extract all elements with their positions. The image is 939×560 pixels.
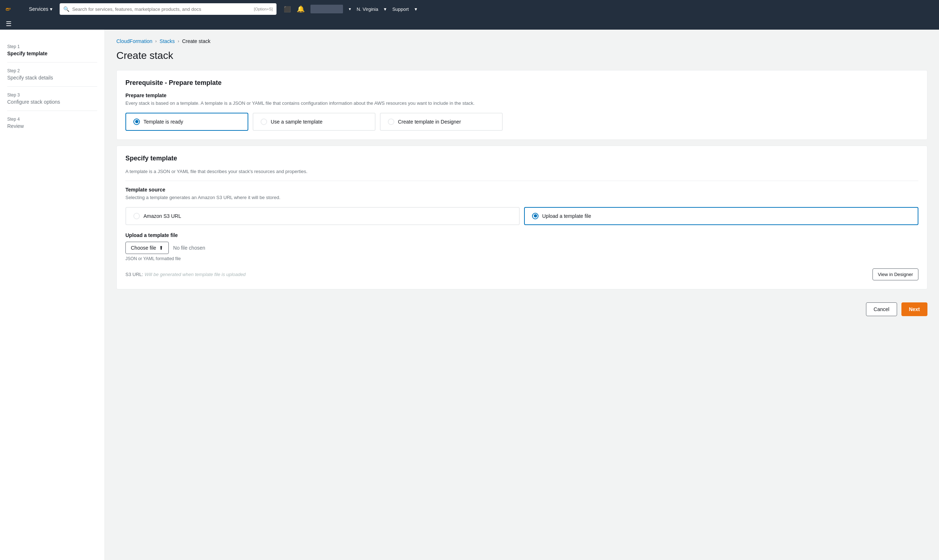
search-shortcut: [Option+S]: [254, 7, 272, 11]
sidebar: Step 1 Specify template Step 2 Specify s…: [0, 30, 105, 560]
main-container: Step 1 Specify template Step 2 Specify s…: [0, 30, 939, 560]
prepare-template-options: Template is ready Use a sample template …: [125, 113, 918, 131]
support-dropdown[interactable]: ▾: [414, 6, 417, 12]
option-upload-file-label: Upload a template file: [542, 213, 591, 219]
s3-url-label: S3 URL:: [125, 272, 143, 277]
radio-sample-template: [260, 118, 267, 125]
breadcrumb-cloudformation[interactable]: CloudFormation: [116, 38, 152, 44]
divider-1: [125, 181, 918, 181]
terminal-icon[interactable]: ⬛: [284, 6, 291, 13]
option-sample-template[interactable]: Use a sample template: [252, 113, 376, 131]
template-source-label: Template source: [125, 187, 918, 192]
sidebar-step-2: Step 2 Specify stack details: [7, 63, 97, 87]
option-s3-url[interactable]: Amazon S3 URL: [125, 207, 520, 225]
radio-s3-url: [133, 213, 140, 219]
secondary-nav: ☰: [0, 18, 939, 30]
option-s3-url-label: Amazon S3 URL: [143, 213, 181, 219]
sidebar-step-4: Step 4 Review: [7, 111, 97, 135]
radio-template-ready: [133, 118, 140, 125]
breadcrumb: CloudFormation › Stacks › Create stack: [116, 38, 927, 44]
breadcrumb-sep-2: ›: [178, 38, 179, 44]
prepare-template-desc: Every stack is based on a template. A te…: [125, 100, 918, 107]
top-nav: aws Services ▾ 🔍 [Option+S] ⬛ 🔔 ▾ N. Vir…: [0, 0, 939, 18]
option-designer[interactable]: Create template in Designer: [380, 113, 503, 131]
breadcrumb-sep-1: ›: [155, 38, 157, 44]
step1-label: Step 1: [7, 44, 97, 49]
prerequisite-card: Prerequisite - Prepare template Prepare …: [116, 70, 927, 140]
file-upload-row: Choose file ⬆ No file chosen: [125, 242, 918, 254]
cancel-button[interactable]: Cancel: [866, 302, 897, 316]
search-bar[interactable]: 🔍 [Option+S]: [60, 3, 277, 15]
account-dropdown[interactable]: ▾: [349, 6, 351, 12]
option-upload-file[interactable]: Upload a template file: [524, 207, 918, 225]
choose-file-button[interactable]: Choose file ⬆: [125, 242, 169, 254]
nav-icons: ⬛ 🔔 ▾ N. Virginia ▾ Support ▾: [284, 5, 417, 13]
s3-url-info: S3 URL: Will be generated when template …: [125, 271, 246, 277]
breadcrumb-stacks[interactable]: Stacks: [160, 38, 175, 44]
specify-template-card: Specify template A template is a JSON or…: [116, 146, 927, 289]
region-dropdown[interactable]: ▾: [384, 6, 386, 12]
account-box: [311, 5, 343, 13]
search-icon: 🔍: [63, 6, 69, 12]
specify-template-title: Specify template: [125, 155, 918, 162]
s3-url-row: S3 URL: Will be generated when template …: [125, 268, 918, 280]
upload-label: Upload a template file: [125, 232, 918, 238]
template-source-options: Amazon S3 URL Upload a template file: [125, 207, 918, 225]
upload-icon: ⬆: [159, 245, 163, 251]
hamburger-menu[interactable]: ☰: [6, 20, 12, 28]
option-designer-label: Create template in Designer: [398, 119, 461, 125]
svg-text:aws: aws: [6, 7, 11, 10]
page-title: Create stack: [116, 50, 927, 62]
radio-designer: [388, 118, 394, 125]
step3-label: Step 3: [7, 92, 97, 98]
content-area: CloudFormation › Stacks › Create stack C…: [105, 30, 939, 560]
next-button[interactable]: Next: [901, 302, 927, 316]
region-label[interactable]: N. Virginia: [357, 6, 379, 12]
view-in-designer-button[interactable]: View in Designer: [873, 268, 918, 280]
search-input[interactable]: [72, 6, 251, 12]
no-file-text: No file chosen: [173, 245, 205, 251]
services-menu[interactable]: Services ▾: [26, 5, 55, 13]
file-upload-section: Upload a template file Choose file ⬆ No …: [125, 232, 918, 261]
breadcrumb-current: Create stack: [182, 38, 211, 44]
step2-label: Step 2: [7, 68, 97, 73]
support-label[interactable]: Support: [392, 6, 409, 12]
option-sample-template-label: Use a sample template: [271, 119, 322, 125]
sidebar-step-1: Step 1 Specify template: [7, 38, 97, 63]
step2-name: Specify stack details: [7, 75, 97, 81]
radio-upload-file: [532, 213, 539, 219]
step3-name: Configure stack options: [7, 99, 97, 105]
choose-file-label: Choose file: [131, 245, 156, 251]
aws-logo[interactable]: aws: [6, 5, 19, 13]
step4-name: Review: [7, 123, 97, 129]
sidebar-step-3: Step 3 Configure stack options: [7, 87, 97, 111]
prepare-template-label: Prepare template: [125, 92, 918, 98]
specify-template-desc: A template is a JSON or YAML file that d…: [125, 168, 918, 175]
step4-label: Step 4: [7, 117, 97, 122]
s3-url-placeholder: Will be generated when template file is …: [145, 272, 246, 277]
template-source-desc: Selecting a template generates an Amazon…: [125, 194, 918, 201]
step1-name: Specify template: [7, 51, 97, 56]
file-format-hint: JSON or YAML formatted file: [125, 256, 918, 261]
footer-actions: Cancel Next: [116, 295, 927, 323]
bell-icon[interactable]: 🔔: [297, 5, 305, 13]
option-template-ready[interactable]: Template is ready: [125, 113, 248, 131]
option-template-ready-label: Template is ready: [143, 119, 183, 125]
prerequisite-title: Prerequisite - Prepare template: [125, 79, 918, 87]
